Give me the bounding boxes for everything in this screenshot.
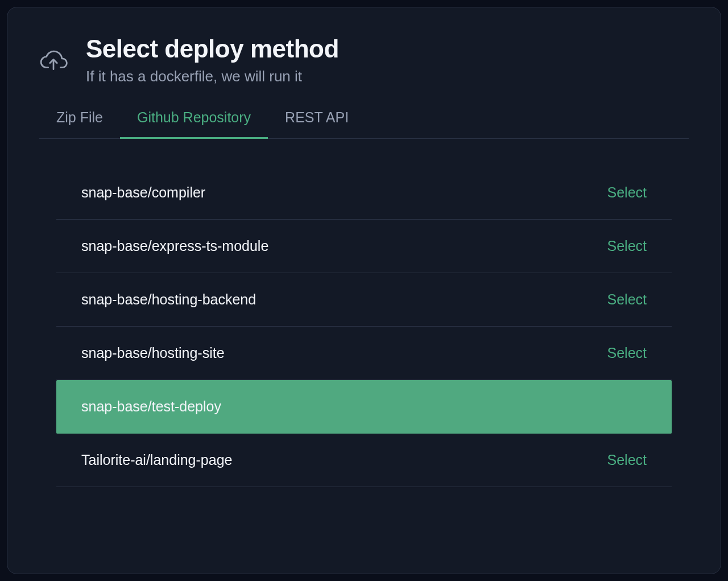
repo-row-selected[interactable]: snap-base/test-deploy Select — [56, 380, 672, 434]
repo-name: snap-base/hosting-backend — [81, 291, 256, 308]
page-subtitle: If it has a dockerfile, we will run it — [86, 68, 339, 85]
repo-row[interactable]: Tailorite-ai/landing-page Select — [56, 434, 672, 487]
repo-row[interactable]: snap-base/express-ts-module Select — [56, 220, 672, 273]
select-button[interactable]: Select — [607, 291, 647, 308]
select-button[interactable]: Select — [607, 238, 647, 254]
repo-row[interactable]: snap-base/hosting-site Select — [56, 327, 672, 380]
deploy-method-card: Select deploy method If it has a dockerf… — [7, 7, 721, 574]
deploy-method-tabs: Zip File Github Repository REST API — [39, 99, 689, 139]
tab-github-repository[interactable]: Github Repository — [120, 99, 268, 138]
repo-row[interactable]: snap-base/hosting-backend Select — [56, 273, 672, 327]
cloud-upload-icon — [39, 35, 68, 75]
tab-rest-api[interactable]: REST API — [268, 99, 366, 138]
header-text: Select deploy method If it has a dockerf… — [86, 35, 339, 85]
card-header: Select deploy method If it has a dockerf… — [39, 35, 689, 85]
repository-list: snap-base/compiler Select snap-base/expr… — [39, 166, 689, 487]
repo-row[interactable]: snap-base/compiler Select — [56, 166, 672, 220]
repo-name: snap-base/hosting-site — [81, 345, 225, 361]
page-title: Select deploy method — [86, 35, 339, 63]
tab-zip-file[interactable]: Zip File — [39, 99, 120, 138]
select-button[interactable]: Select — [607, 345, 647, 361]
select-button[interactable]: Select — [607, 184, 647, 201]
repo-name: snap-base/compiler — [81, 184, 205, 201]
repo-name: Tailorite-ai/landing-page — [81, 452, 232, 468]
repo-name: snap-base/express-ts-module — [81, 238, 268, 254]
repo-name: snap-base/test-deploy — [81, 398, 221, 415]
select-button[interactable]: Select — [607, 452, 647, 468]
